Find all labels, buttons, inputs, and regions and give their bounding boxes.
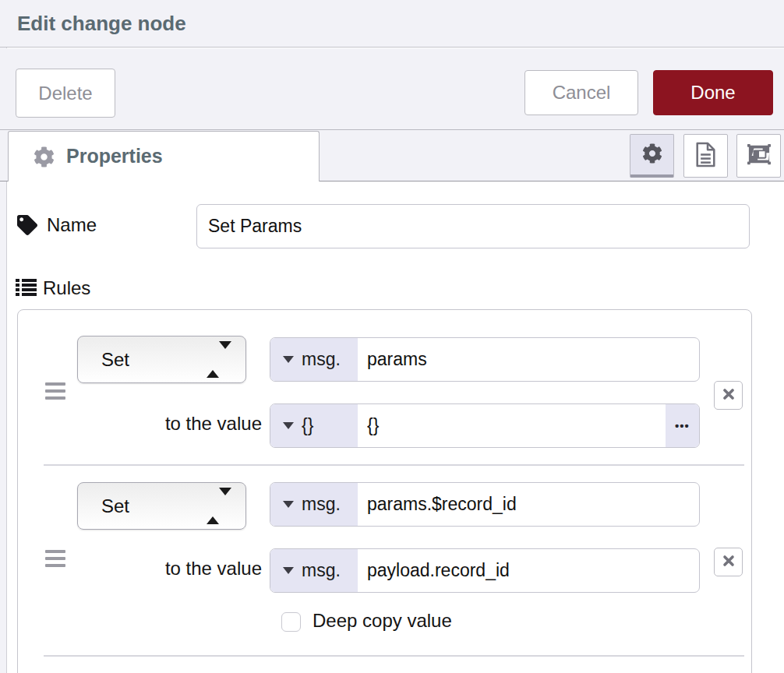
ellipsis-icon: ••• — [675, 419, 690, 432]
to-the-value-label: to the value — [36, 558, 262, 580]
cancel-button[interactable]: Cancel — [524, 70, 638, 115]
gear-icon — [34, 146, 55, 171]
rule-value-input[interactable] — [358, 405, 665, 446]
rules-label: Rules — [43, 277, 90, 299]
expand-editor-button[interactable]: ••• — [666, 404, 699, 447]
rule-value-field: {} ••• — [270, 403, 700, 448]
appearance-tab-button[interactable] — [736, 134, 781, 178]
typed-input-type-button[interactable]: msg. — [270, 549, 358, 592]
rule-action-value: Set — [101, 336, 129, 382]
rule-divider — [44, 655, 744, 657]
typed-input-type-label: msg. — [302, 560, 341, 581]
rule-property-field: msg. — [270, 337, 700, 382]
rule-drag-handle[interactable] — [45, 382, 65, 403]
properties-tab-button[interactable] — [630, 134, 674, 178]
delete-button[interactable]: Delete — [16, 69, 115, 118]
rule-property-field: msg. — [270, 482, 700, 527]
description-tab-button[interactable] — [683, 134, 728, 178]
rule-value-input[interactable] — [358, 550, 697, 591]
caret-down-icon — [283, 422, 294, 429]
typed-input-type-label: {} — [302, 415, 313, 436]
caret-down-icon — [283, 356, 294, 363]
rule-action-value: Set — [101, 483, 129, 529]
document-icon — [695, 142, 716, 171]
tab-properties[interactable]: Properties — [8, 131, 320, 181]
typed-input-type-button[interactable]: {} — [270, 404, 358, 447]
list-icon — [16, 278, 37, 301]
tag-icon — [17, 215, 37, 238]
to-the-value-label: to the value — [36, 413, 262, 435]
gear-icon — [642, 143, 662, 167]
rule-property-input[interactable] — [358, 484, 697, 525]
name-label: Name — [47, 214, 97, 236]
tab-bar: Properties — [0, 130, 784, 181]
close-icon — [722, 388, 735, 403]
dialog-title: Edit change node — [17, 0, 186, 48]
rule-value-field: msg. — [270, 548, 700, 593]
typed-input-type-label: msg. — [302, 494, 341, 515]
object-group-icon — [747, 143, 772, 169]
rule-action-select[interactable]: Set — [77, 336, 246, 383]
rule-action-select[interactable]: Set — [77, 482, 246, 530]
name-input[interactable] — [196, 204, 750, 248]
edit-change-node-dialog: Edit change node Delete Cancel Done Prop… — [0, 0, 784, 673]
typed-input-type-button[interactable]: msg. — [270, 483, 358, 526]
select-arrows-icon — [207, 495, 231, 517]
deep-copy-label: Deep copy value — [313, 610, 452, 632]
dialog-header: Edit change node — [0, 0, 784, 48]
remove-rule-button[interactable] — [714, 548, 743, 576]
rules-container: Set msg. to the value {} ••• — [17, 309, 752, 673]
remove-rule-button[interactable] — [714, 381, 743, 410]
done-button[interactable]: Done — [653, 70, 773, 115]
caret-down-icon — [283, 501, 294, 508]
typed-input-type-button[interactable]: msg. — [270, 338, 358, 381]
typed-input-type-label: msg. — [302, 349, 341, 370]
rule-divider — [44, 464, 744, 466]
rule-property-input[interactable] — [358, 339, 697, 380]
close-icon — [722, 555, 735, 570]
deep-copy-checkbox[interactable] — [281, 612, 301, 632]
tab-properties-label: Properties — [66, 132, 163, 181]
dialog-button-bar: Delete Cancel Done — [0, 48, 784, 130]
caret-down-icon — [283, 567, 294, 574]
select-arrows-icon — [207, 349, 231, 371]
